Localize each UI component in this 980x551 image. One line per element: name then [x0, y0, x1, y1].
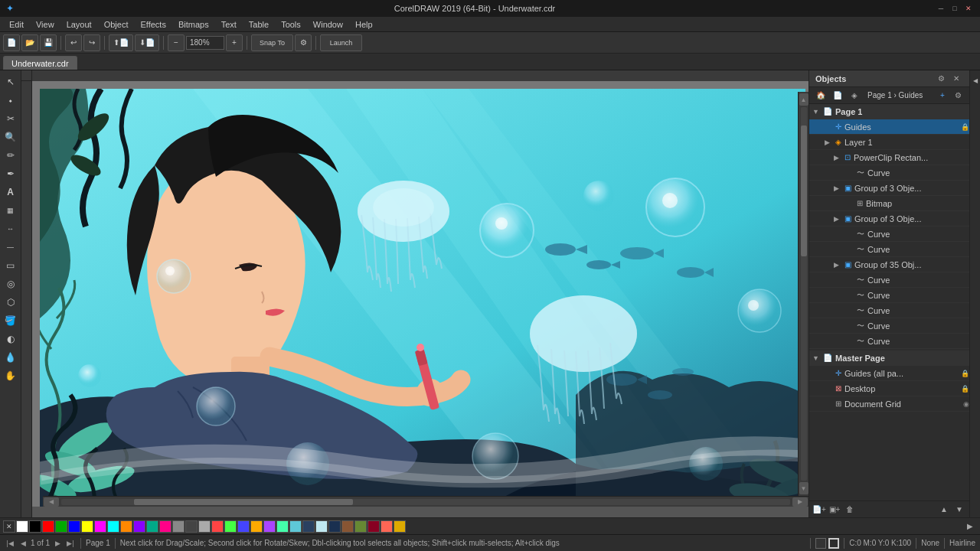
- color-swatch-gold[interactable]: [394, 520, 406, 533]
- tree-item-curve7[interactable]: 〜 Curve: [809, 318, 969, 334]
- expand-group35[interactable]: ▶: [834, 261, 841, 269]
- color-swatch-teal[interactable]: [146, 520, 158, 533]
- color-swatch-yellow[interactable]: [81, 520, 93, 533]
- color-swatch-red[interactable]: [42, 520, 54, 533]
- close-button[interactable]: ✕: [963, 3, 974, 14]
- tree-item-curve4[interactable]: 〜 Curve: [809, 272, 969, 288]
- options-button[interactable]: ⚙: [295, 34, 312, 51]
- zoom-in-button[interactable]: +: [226, 34, 243, 51]
- color-swatch-cyan[interactable]: [107, 520, 119, 533]
- color-swatch-violet[interactable]: [263, 520, 276, 533]
- color-swatch-ice[interactable]: [315, 520, 328, 533]
- menu-effects[interactable]: Effects: [134, 17, 172, 32]
- crop-tool[interactable]: ✂: [2, 110, 19, 127]
- export-button[interactable]: ⬇📄: [135, 34, 159, 51]
- obj-move-down-button[interactable]: ▼: [952, 503, 966, 517]
- last-page-button[interactable]: ▶|: [65, 538, 76, 549]
- objects-nav-button[interactable]: 📄: [831, 89, 844, 103]
- tree-item-powerclip[interactable]: ▶ ⊡ PowerClip Rectan...: [809, 150, 969, 165]
- color-swatch-black[interactable]: [29, 520, 41, 533]
- dropper-tool[interactable]: 💧: [2, 349, 19, 366]
- color-swatch-magenta[interactable]: [94, 520, 106, 533]
- expand-group3b[interactable]: ▶: [834, 215, 841, 223]
- canvas-content[interactable]: Mark Anthony J. Guzman ◀ ▶ ▲: [32, 81, 808, 507]
- palette-more-button[interactable]: ▶: [963, 520, 977, 533]
- tree-item-docgrid[interactable]: ⊞ Document Grid ◉: [809, 396, 969, 412]
- select-tool[interactable]: ↖: [2, 73, 19, 90]
- color-swatch-light-green[interactable]: [224, 520, 237, 533]
- color-swatch-coral[interactable]: [381, 520, 393, 533]
- obj-move-up-button[interactable]: ▲: [937, 503, 951, 517]
- tree-item-group3a[interactable]: ▶ ▣ Group of 3 Obje...: [809, 181, 969, 196]
- tree-item-curve3[interactable]: 〜 Curve: [809, 242, 969, 257]
- objects-layer-button[interactable]: ◈: [848, 89, 861, 103]
- tree-item-group3b[interactable]: ▶ ▣ Group of 3 Obje...: [809, 211, 969, 227]
- color-swatch-navy[interactable]: [302, 520, 315, 533]
- undo-button[interactable]: ↩: [65, 34, 82, 51]
- node-tool[interactable]: ⬥: [2, 92, 19, 109]
- first-page-button[interactable]: |◀: [5, 538, 15, 549]
- tree-item-guidesall[interactable]: ✛ Guides (all pa... 🔒: [809, 366, 969, 381]
- menu-window[interactable]: Window: [307, 17, 349, 32]
- color-swatch-purple[interactable]: [133, 520, 145, 533]
- zoom-tool[interactable]: 🔍: [2, 129, 19, 145]
- minimize-button[interactable]: ─: [936, 3, 946, 14]
- dimension-tool[interactable]: ↔: [2, 220, 19, 237]
- color-swatch-mint[interactable]: [276, 520, 289, 533]
- tree-item-guides[interactable]: ✛ Guides 🔒: [809, 119, 969, 135]
- menu-view[interactable]: View: [30, 17, 60, 32]
- artwork-canvas[interactable]: Mark Anthony J. Guzman: [40, 89, 805, 507]
- tree-item-page1[interactable]: ▼ 📄 Page 1: [809, 104, 969, 119]
- objects-add-button[interactable]: +: [936, 89, 949, 103]
- objects-home-button[interactable]: 🏠: [814, 89, 828, 103]
- tree-item-layer1[interactable]: ▶ ◈ Layer 1: [809, 135, 969, 150]
- color-swatch-pink[interactable]: [159, 520, 172, 533]
- color-swatch-light-red[interactable]: [211, 520, 224, 533]
- table-tool[interactable]: ▦: [2, 202, 19, 219]
- color-swatch-gray[interactable]: [172, 520, 185, 533]
- expand-group3a[interactable]: ▶: [834, 184, 841, 192]
- objects-settings2-button[interactable]: ⚙: [951, 89, 965, 103]
- tab-underwater[interactable]: Underwater.cdr: [3, 56, 77, 70]
- tree-item-bitmap[interactable]: ⊞ Bitmap: [809, 196, 969, 211]
- no-color-swatch[interactable]: ✕: [3, 520, 15, 533]
- canvas-area[interactable]: Mark Anthony J. Guzman ◀ ▶ ▲: [21, 70, 808, 517]
- color-swatch-deep-blue[interactable]: [328, 520, 341, 533]
- maximize-button[interactable]: □: [949, 3, 960, 14]
- vertical-scrollbar[interactable]: ▲ ▼: [798, 92, 808, 496]
- color-swatch-brown[interactable]: [341, 520, 354, 533]
- rect-tool[interactable]: ▭: [2, 257, 19, 274]
- menu-table[interactable]: Table: [243, 17, 275, 32]
- color-swatch-sky[interactable]: [289, 520, 302, 533]
- zoom-input[interactable]: [186, 36, 224, 50]
- expand-powerclip[interactable]: ▶: [834, 154, 841, 161]
- menu-layout[interactable]: Layout: [60, 17, 98, 32]
- color-palette-bar[interactable]: ✕ ▶: [0, 517, 980, 534]
- color-swatch-blue[interactable]: [68, 520, 80, 533]
- snap-to-button[interactable]: Snap To: [251, 34, 293, 51]
- open-button[interactable]: 📂: [21, 34, 38, 51]
- expand-layer1[interactable]: ▶: [825, 139, 832, 146]
- palette-scroll-button[interactable]: ▶: [963, 520, 977, 533]
- tree-item-curve2[interactable]: 〜 Curve: [809, 227, 969, 242]
- expand-page1[interactable]: ▼: [812, 108, 820, 116]
- launch-button[interactable]: Launch: [320, 34, 362, 51]
- ellipse-tool[interactable]: ◎: [2, 276, 19, 292]
- tree-item-curve5[interactable]: 〜 Curve: [809, 288, 969, 303]
- obj-add-layer-button[interactable]: 📄+: [812, 503, 826, 517]
- hand-tool[interactable]: ✋: [2, 367, 19, 384]
- menu-bitmaps[interactable]: Bitmaps: [172, 17, 215, 32]
- pen-tool[interactable]: ✒: [2, 165, 19, 182]
- menu-text[interactable]: Text: [215, 17, 243, 32]
- objects-settings-button[interactable]: ⚙: [934, 72, 948, 86]
- fill-tool[interactable]: 🪣: [2, 312, 19, 329]
- objects-list[interactable]: ▼ 📄 Page 1 ✛ Guides 🔒 ▶ ◈ Layer 1 ▶ ⊡: [809, 104, 969, 500]
- save-button[interactable]: 💾: [40, 34, 57, 51]
- redo-button[interactable]: ↪: [83, 34, 100, 51]
- color-swatch-light-gray[interactable]: [198, 520, 211, 533]
- color-swatch-white[interactable]: [16, 520, 28, 533]
- zoom-out-button[interactable]: −: [168, 34, 185, 51]
- connector-tool[interactable]: —: [2, 239, 19, 256]
- color-swatch-olive[interactable]: [354, 520, 367, 533]
- objects-close-button[interactable]: ✕: [949, 72, 963, 86]
